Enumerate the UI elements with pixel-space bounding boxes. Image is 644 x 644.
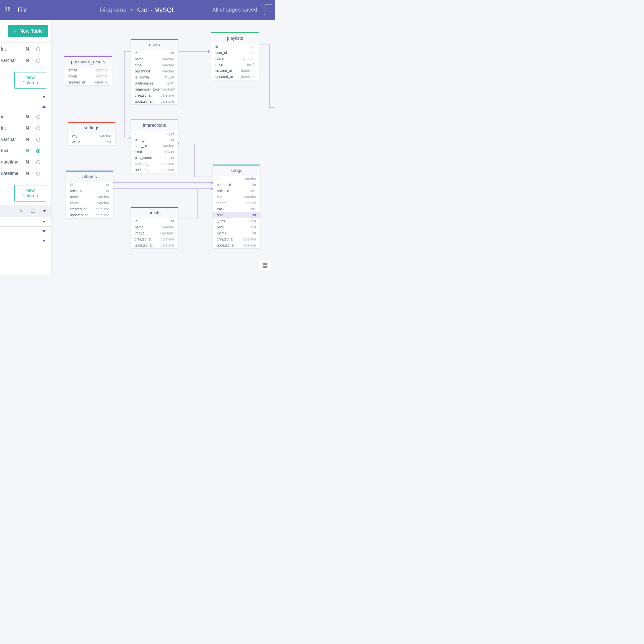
column-row[interactable]: int N xyxy=(0,111,51,123)
column-row[interactable]: id int xyxy=(131,50,178,56)
new-table-button[interactable]: New Table xyxy=(8,25,48,37)
column-row[interactable]: token varchar xyxy=(64,73,112,79)
column-row[interactable]: id int xyxy=(131,218,178,224)
column-row[interactable]: created_at datetime xyxy=(131,161,178,167)
column-row[interactable]: password varchar xyxy=(131,68,178,74)
column-row[interactable]: name varchar xyxy=(66,194,113,200)
column-row[interactable]: id varchar xyxy=(213,176,260,182)
table-title[interactable]: artists xyxy=(131,207,178,218)
column-row[interactable]: datetime N xyxy=(0,156,51,168)
selection-radio[interactable] xyxy=(36,138,40,142)
column-row[interactable]: path text xyxy=(213,224,260,230)
column-row[interactable]: album_id int xyxy=(213,182,260,188)
diagram-canvas[interactable]: password_resets email varchar token varc… xyxy=(51,20,275,275)
selection-radio[interactable] xyxy=(36,172,40,176)
sidebar-section-expanded[interactable] xyxy=(0,102,51,111)
menu-icon[interactable] xyxy=(5,7,10,13)
table-title[interactable]: password_resets xyxy=(64,56,112,67)
table-playlists[interactable]: playlists id int user_id int name varcha… xyxy=(211,32,259,80)
column-row[interactable]: varchar N xyxy=(0,55,51,66)
column-row[interactable]: varchar N xyxy=(0,134,51,145)
table-settings[interactable]: settings key varchar value text xyxy=(68,122,115,145)
column-row[interactable]: created_at datetime xyxy=(66,206,113,212)
table-interactions[interactable]: interactions id bigint user_id int song_… xyxy=(131,119,178,173)
nullable-indicator[interactable]: N xyxy=(26,159,32,165)
column-row[interactable]: rules text? xyxy=(211,62,259,68)
column-row[interactable]: cover varchar xyxy=(66,200,113,206)
column-row[interactable]: name varchar xyxy=(131,56,178,62)
column-row[interactable]: song_id varchar xyxy=(131,143,178,149)
column-row[interactable]: disc int xyxy=(213,212,260,218)
column-row[interactable]: email varchar xyxy=(131,62,178,68)
column-row[interactable]: name varchar xyxy=(211,56,259,62)
column-row[interactable]: mtime int xyxy=(213,230,260,236)
table-users[interactable]: users id int name varchar email varchar … xyxy=(131,39,178,104)
sidebar-section-collapsed[interactable] xyxy=(0,92,51,102)
sidebar-section-collapsed[interactable] xyxy=(0,236,51,246)
selection-radio[interactable] xyxy=(36,126,40,130)
column-row[interactable]: updated_at datetime xyxy=(131,98,178,104)
sidebar-section-collapsed[interactable] xyxy=(0,217,51,226)
column-row[interactable]: updated_at datetime xyxy=(211,74,259,80)
column-row[interactable]: artist_id int? xyxy=(213,188,260,194)
column-row[interactable]: created_at datetime xyxy=(131,236,178,242)
table-title[interactable]: users xyxy=(131,39,178,50)
column-row[interactable]: user_id int xyxy=(211,50,259,56)
column-row[interactable]: play_count int xyxy=(131,155,178,161)
column-row[interactable]: remember_token varchar? xyxy=(131,86,178,92)
column-row[interactable]: id bigint xyxy=(131,131,178,137)
nullable-indicator[interactable]: N xyxy=(26,171,32,176)
column-row[interactable]: id int xyxy=(211,44,259,50)
table-title[interactable]: songs xyxy=(213,165,260,176)
new-column-button[interactable]: New Column xyxy=(14,185,46,202)
selection-radio[interactable] xyxy=(36,160,40,164)
nullable-indicator[interactable]: N xyxy=(26,58,32,63)
column-row[interactable]: liked tinyint xyxy=(131,149,178,155)
column-row[interactable]: int N xyxy=(0,44,51,55)
table-title[interactable]: settings xyxy=(68,122,115,133)
breadcrumb-parent[interactable]: Diagrams xyxy=(99,6,126,14)
column-row[interactable]: track int? xyxy=(213,206,260,212)
column-row[interactable]: length double xyxy=(213,200,260,206)
column-row[interactable]: id int xyxy=(66,182,113,188)
column-row[interactable]: created_at datetime xyxy=(211,68,259,74)
column-row[interactable]: image varchar? xyxy=(131,230,178,236)
column-row[interactable]: created_at datetime xyxy=(64,79,112,85)
column-row[interactable]: created_at datetime xyxy=(213,236,260,242)
table-title[interactable]: interactions xyxy=(131,119,178,131)
edit-icon[interactable]: ✎ xyxy=(19,208,23,214)
table-albums[interactable]: albums id int artist_id int name varchar… xyxy=(66,171,113,218)
file-menu[interactable]: File xyxy=(18,7,27,13)
selection-radio[interactable] xyxy=(36,59,40,63)
column-row[interactable]: lyrics text xyxy=(213,218,260,224)
nullable-indicator[interactable]: N xyxy=(26,148,32,153)
table-password_resets[interactable]: password_resets email varchar token varc… xyxy=(64,56,112,85)
table-title[interactable]: albums xyxy=(66,171,113,182)
selection-radio[interactable] xyxy=(36,115,40,119)
column-row[interactable]: email varchar xyxy=(64,67,112,73)
column-row[interactable]: updated_at datetime xyxy=(131,167,178,173)
sidebar-section-collapsed[interactable] xyxy=(0,226,51,236)
column-row[interactable]: title varchar xyxy=(213,194,260,200)
column-row[interactable]: text N xyxy=(0,145,51,156)
nullable-indicator[interactable]: N xyxy=(26,47,32,52)
column-row[interactable]: artist_id int xyxy=(66,188,113,194)
column-row[interactable]: user_id int xyxy=(131,137,178,143)
column-row[interactable]: updated_at datetime xyxy=(66,212,113,218)
nullable-indicator[interactable]: N xyxy=(26,114,32,119)
column-row[interactable]: updated_at datetime xyxy=(213,242,260,248)
nullable-indicator[interactable]: N xyxy=(26,137,32,142)
list-icon[interactable] xyxy=(31,210,35,213)
table-artists[interactable]: artists id int name varchar image varcha… xyxy=(131,207,178,248)
column-row[interactable]: datetime N xyxy=(0,168,51,179)
header-action-button[interactable] xyxy=(264,5,272,15)
table-title[interactable]: playlists xyxy=(211,32,259,44)
column-row[interactable]: name varchar xyxy=(131,224,178,230)
nullable-indicator[interactable]: N xyxy=(26,126,32,131)
column-row[interactable]: int N xyxy=(0,123,51,134)
new-column-button[interactable]: New Column xyxy=(14,72,46,89)
selection-radio[interactable] xyxy=(36,149,40,153)
column-row[interactable]: is_admin tinyint xyxy=(131,74,178,80)
minimap-button[interactable] xyxy=(259,260,271,271)
column-row[interactable]: value text xyxy=(68,139,115,145)
